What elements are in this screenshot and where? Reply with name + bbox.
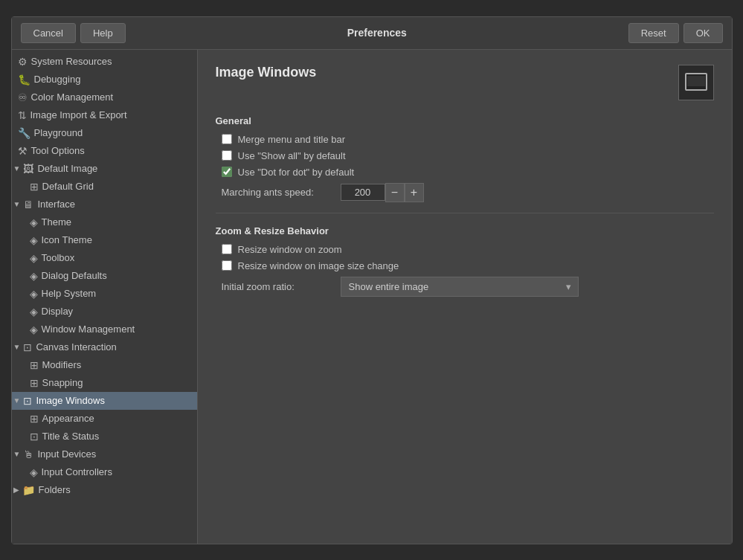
sidebar-label-help-system: Help System — [42, 288, 97, 299]
initial-zoom-select[interactable]: Show entire image Fit to window 100% 50% — [341, 277, 579, 297]
checkbox-merge-menu[interactable] — [222, 134, 232, 144]
sidebar-label-folders: Folders — [39, 484, 71, 495]
appearance-icon: ⊞ — [30, 413, 39, 425]
sidebar-item-title-status[interactable]: ⊡ Title & Status — [12, 428, 197, 445]
image-import-export-icon: ⇅ — [18, 109, 27, 121]
sidebar-item-toolbox[interactable]: ◈ Toolbox — [12, 249, 197, 267]
default-image-arrow: ▼ — [13, 164, 21, 173]
default-grid-icon: ⊞ — [30, 181, 39, 193]
sidebar-item-window-management[interactable]: ◈ Window Management — [12, 321, 197, 338]
sidebar-item-interface[interactable]: ▼ 🖥 Interface — [12, 196, 197, 213]
sidebar-label-image-windows: Image Windows — [36, 395, 104, 406]
playground-icon: 🔧 — [18, 127, 30, 139]
sidebar-label-toolbox: Toolbox — [42, 252, 75, 263]
sidebar-label-theme: Theme — [42, 216, 71, 228]
dialog-defaults-icon: ◈ — [30, 270, 38, 282]
checkbox-row-use-show-all: Use "Show all" by default — [216, 150, 714, 161]
interface-arrow: ▼ — [13, 200, 21, 208]
panel-title: Image Windows — [216, 65, 317, 80]
sidebar-item-modifiers[interactable]: ⊞ Modifiers — [12, 356, 197, 374]
sidebar-label-playground: Playground — [34, 127, 83, 138]
sidebar-item-input-controllers[interactable]: ◈ Input Controllers — [12, 463, 197, 481]
sidebar-item-default-image[interactable]: ▼ 🖼 Default Image — [12, 160, 197, 178]
marching-ants-input[interactable] — [341, 184, 385, 201]
debugging-icon: 🐛 — [18, 74, 30, 86]
sidebar-label-icon-theme: Icon Theme — [42, 234, 92, 245]
sidebar-item-tool-options[interactable]: ⚒ Tool Options — [12, 142, 197, 160]
sidebar-item-input-devices[interactable]: ▼ 🖱 Input Devices — [12, 445, 197, 463]
marching-ants-increment[interactable]: + — [405, 183, 424, 202]
sidebar-item-help-system[interactable]: ◈ Help System — [12, 285, 197, 303]
sidebar-label-title-status: Title & Status — [42, 431, 100, 442]
image-windows-arrow: ▼ — [13, 396, 21, 405]
sidebar-item-image-import-export[interactable]: ⇅ Image Import & Export — [12, 106, 197, 124]
label-merge-menu[interactable]: Merge menu and title bar — [238, 134, 346, 145]
theme-icon: ◈ — [30, 216, 38, 228]
sidebar-item-debugging[interactable]: 🐛 Debugging — [12, 71, 197, 88]
checkbox-dot-for-dot[interactable] — [222, 167, 232, 177]
sidebar-label-image-import-export: Image Import & Export — [30, 109, 127, 120]
sidebar-label-snapping: Snapping — [42, 377, 83, 388]
ok-button[interactable]: OK — [684, 23, 723, 43]
label-resize-on-image[interactable]: Resize window on image size change — [238, 260, 399, 271]
content-area: ⚙ System Resources 🐛 Debugging ♾ Color M… — [12, 50, 732, 544]
sidebar-label-display: Display — [42, 306, 74, 317]
snapping-icon: ⊞ — [30, 377, 39, 389]
sidebar-item-folders[interactable]: ▶ 📁 Folders — [12, 481, 197, 499]
folders-arrow: ▶ — [13, 486, 19, 494]
default-image-icon: 🖼 — [23, 163, 33, 175]
sidebar-label-modifiers: Modifiers — [42, 359, 82, 370]
initial-zoom-row: Initial zoom ratio: Show entire image Fi… — [216, 277, 714, 297]
sidebar-label-default-image: Default Image — [37, 163, 97, 174]
label-dot-for-dot[interactable]: Use "Dot for dot" by default — [238, 167, 355, 178]
sidebar-label-canvas-interaction: Canvas Interaction — [36, 341, 116, 353]
sidebar-label-appearance: Appearance — [42, 413, 94, 424]
canvas-interaction-arrow: ▼ — [13, 343, 21, 351]
sidebar-label-input-devices: Input Devices — [37, 448, 96, 460]
sidebar-item-playground[interactable]: 🔧 Playground — [12, 124, 197, 142]
display-icon: ◈ — [30, 306, 38, 318]
checkbox-row-resize-on-image-change: Resize window on image size change — [216, 260, 714, 271]
label-use-show-all[interactable]: Use "Show all" by default — [238, 150, 346, 161]
marching-ants-stepper: − + — [341, 183, 424, 202]
checkbox-resize-on-zoom[interactable] — [222, 244, 232, 254]
svg-rect-1 — [687, 76, 705, 86]
sidebar-label-default-grid: Default Grid — [42, 181, 94, 192]
input-controllers-icon: ◈ — [30, 466, 38, 478]
sidebar-item-dialog-defaults[interactable]: ◈ Dialog Defaults — [12, 267, 197, 285]
marching-ants-row: Marching ants speed: − + — [216, 183, 714, 202]
section-divider — [216, 213, 714, 213]
sidebar-label-tool-options: Tool Options — [31, 145, 85, 156]
reset-button[interactable]: Reset — [628, 23, 679, 43]
help-system-icon: ◈ — [30, 288, 38, 300]
checkbox-use-show-all[interactable] — [222, 150, 232, 161]
panel-icon — [678, 65, 714, 100]
sidebar-label-debugging: Debugging — [34, 74, 81, 85]
sidebar-item-image-windows[interactable]: ▼ ⊡ Image Windows — [12, 392, 197, 410]
cancel-button[interactable]: Cancel — [21, 23, 76, 43]
icon-theme-icon: ◈ — [30, 234, 38, 246]
sidebar-item-default-grid[interactable]: ⊞ Default Grid — [12, 178, 197, 196]
sidebar-item-color-management[interactable]: ♾ Color Management — [12, 88, 197, 106]
input-devices-icon: 🖱 — [23, 448, 33, 460]
sidebar-label-window-management: Window Management — [42, 324, 135, 335]
sidebar-item-snapping[interactable]: ⊞ Snapping — [12, 374, 197, 392]
sidebar-item-display[interactable]: ◈ Display — [12, 303, 197, 321]
marching-ants-decrement[interactable]: − — [385, 183, 405, 202]
sidebar-item-theme[interactable]: ◈ Theme — [12, 213, 197, 231]
sidebar-item-system-resources[interactable]: ⚙ System Resources — [12, 53, 197, 71]
help-button[interactable]: Help — [80, 23, 126, 43]
checkbox-resize-on-image[interactable] — [222, 260, 232, 271]
image-windows-icon: ⊡ — [23, 395, 32, 407]
input-devices-arrow: ▼ — [13, 450, 21, 458]
toolbox-icon: ◈ — [30, 252, 38, 264]
sidebar-item-canvas-interaction[interactable]: ▼ ⊡ Canvas Interaction — [12, 338, 197, 356]
label-resize-on-zoom[interactable]: Resize window on zoom — [238, 244, 342, 255]
sidebar-item-appearance[interactable]: ⊞ Appearance — [12, 410, 197, 428]
color-management-icon: ♾ — [18, 91, 28, 103]
marching-ants-label: Marching ants speed: — [222, 187, 341, 198]
tool-options-icon: ⚒ — [18, 145, 28, 157]
folders-icon: 📁 — [22, 484, 35, 496]
sidebar-item-icon-theme[interactable]: ◈ Icon Theme — [12, 231, 197, 249]
section-title-zoom-resize: Zoom & Resize Behavior — [216, 225, 714, 236]
